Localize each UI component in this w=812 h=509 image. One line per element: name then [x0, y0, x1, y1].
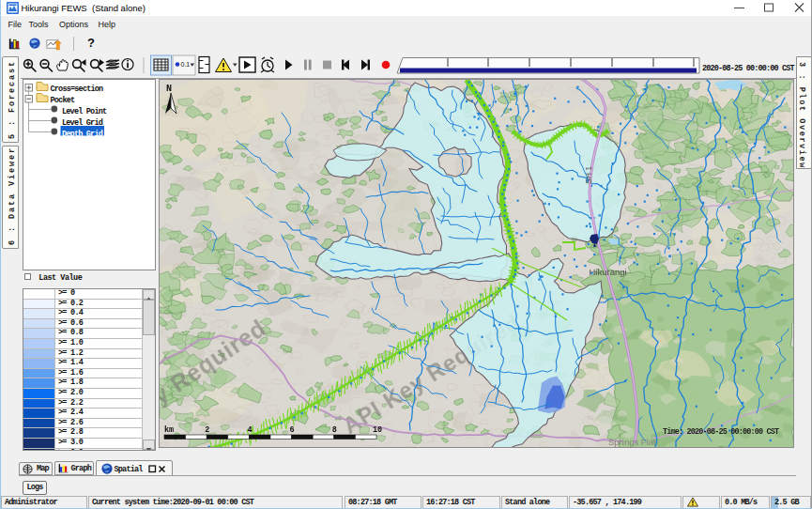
svg-text:6: 6 [290, 425, 295, 435]
svg-text:4: 4 [247, 425, 252, 435]
svg-text:Level Point: Level Point [62, 107, 107, 116]
svg-text:SH 1: SH 1 [584, 166, 593, 184]
svg-text:10: 10 [373, 425, 382, 435]
svg-text:Time: 2020-08-25 00:00:00 CST: Time: 2020-08-25 00:00:00 CST [663, 427, 779, 437]
svg-text:Pocket: Pocket [51, 96, 76, 105]
svg-text:3 : Plot Overview: 3 : Plot Overview [797, 62, 806, 169]
svg-text:Springs Flat: Springs Flat [608, 437, 656, 447]
svg-text:km: km [164, 425, 174, 435]
svg-text:2020-08-25 00:00:00 CST: 2020-08-25 00:00:00 CST [702, 64, 795, 73]
svg-text:Hikurangi: Hikurangi [590, 267, 627, 277]
svg-text:0.1: 0.1 [181, 61, 191, 68]
svg-text:Cross=section: Cross=section [51, 85, 104, 94]
svg-text:Depth Grid: Depth Grid [62, 130, 103, 139]
svg-text:N: N [166, 84, 172, 94]
svg-text:6 : Data Viewer: 6 : Data Viewer [8, 147, 17, 245]
svg-text:2: 2 [205, 425, 209, 435]
svg-text:5 : Forecast: 5 : Forecast [8, 60, 17, 139]
svg-text:8: 8 [332, 425, 337, 435]
